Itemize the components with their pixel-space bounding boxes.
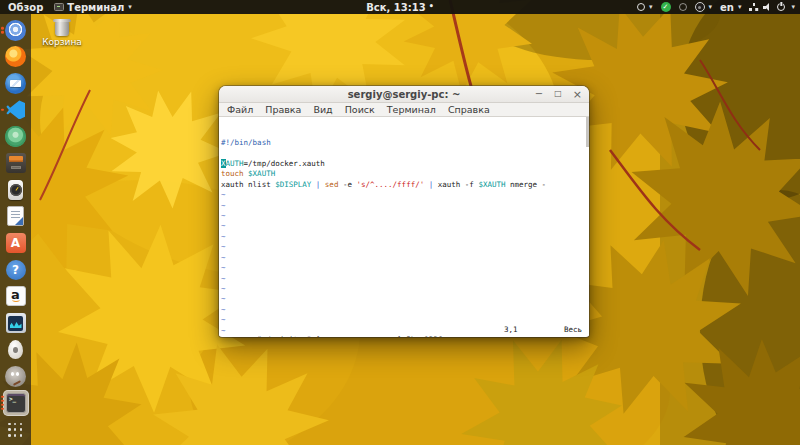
- app-menu-label: Терминал: [67, 2, 124, 13]
- scrollbar[interactable]: [586, 117, 589, 147]
- vim-statusline: "~/.xinitrc" [только для чтения] 5L, 123…: [221, 325, 587, 335]
- show-applications-button[interactable]: [0, 420, 31, 440]
- dock-item-green-app[interactable]: [0, 125, 31, 149]
- vim-cursor-position: 3,1: [504, 325, 518, 335]
- menu-item[interactable]: Вид: [307, 104, 338, 115]
- editor-empty-line: ~: [221, 274, 589, 284]
- terminal-icon: >_: [6, 393, 26, 413]
- editor-empty-line: ~: [221, 294, 589, 304]
- activities-button[interactable]: Обзор: [8, 2, 43, 13]
- thunderbird-icon: [5, 73, 26, 94]
- help-icon: ?: [6, 260, 26, 280]
- system-monitor-icon: [6, 313, 26, 333]
- tray-indicator-check[interactable]: ✓: [661, 2, 671, 12]
- editor-empty-line: ~: [221, 253, 589, 263]
- editor-empty-line: ~: [221, 190, 589, 200]
- volume-icon: [763, 3, 772, 11]
- editor-empty-line: ~: [221, 284, 589, 294]
- dock-item-chromium[interactable]: [0, 18, 31, 42]
- dock-items: A?a>_: [0, 18, 31, 415]
- dock: A?a>_: [0, 14, 31, 445]
- window-controls: − □ ×: [535, 86, 582, 102]
- dock-item-file-drawer[interactable]: [0, 151, 31, 175]
- green-check-icon: ✓: [661, 2, 671, 12]
- app-menu[interactable]: Терминал ▾: [54, 2, 131, 13]
- dock-item-system-monitor[interactable]: [0, 311, 31, 335]
- vim-scroll-position: Весь: [564, 325, 582, 335]
- menu-item[interactable]: Справка: [442, 104, 496, 115]
- trash[interactable]: Корзина: [40, 21, 84, 47]
- circle-outline-icon: [679, 3, 687, 11]
- desktop: Корзина sergiy@sergiy-pc: ~ − □ × ФайлПр…: [0, 0, 800, 445]
- tray-indicator-circle-2[interactable]: [679, 3, 687, 11]
- minimize-button[interactable]: −: [535, 89, 543, 99]
- trash-icon: [55, 21, 69, 36]
- dock-item-amazon[interactable]: a: [0, 284, 31, 308]
- terminal-menubar: ФайлПравкаВидПоискТерминалСправка: [219, 103, 589, 117]
- menu-item[interactable]: Правка: [259, 104, 307, 115]
- gimp-icon: [5, 366, 26, 387]
- chevron-down-icon: ▾: [738, 3, 742, 11]
- editor-line: xauth nlist $DISPLAY | sed -e 's/^..../f…: [221, 180, 589, 190]
- chevron-down-icon: ▾: [709, 3, 713, 11]
- editor-line: touch $XAUTH: [221, 169, 589, 179]
- editor-line: [221, 148, 589, 158]
- window-titlebar[interactable]: sergiy@sergiy-pc: ~ − □ ×: [219, 86, 589, 103]
- vim-editor[interactable]: #!/bin/bash XAUTH=/tmp/docker.xauthtouch…: [219, 117, 589, 336]
- amazon-icon: a: [6, 286, 26, 306]
- watch-icon: [8, 180, 23, 200]
- circle-outline-icon: [637, 3, 645, 11]
- chevron-down-icon: ▾: [128, 3, 132, 11]
- keyboard-layout-indicator[interactable]: en ▾: [720, 2, 741, 13]
- clock-button[interactable]: Вск, 13:13 •: [366, 0, 434, 14]
- dock-item-gimp[interactable]: [0, 364, 31, 388]
- menu-item[interactable]: Терминал: [381, 104, 442, 115]
- trash-label: Корзина: [42, 37, 82, 47]
- vim-file-info: "~/.xinitrc" [только для чтения] 5L, 123…: [257, 335, 442, 337]
- dock-item-software[interactable]: A: [0, 231, 31, 255]
- editor-empty-line: ~: [221, 221, 589, 231]
- editor-empty-line: ~: [221, 263, 589, 273]
- editor-empty-line: ~: [221, 201, 589, 211]
- terminal-app-icon: [54, 3, 64, 11]
- editor-empty-line: ~: [221, 305, 589, 315]
- egg-icon: [8, 340, 23, 359]
- green-sphere-icon: [5, 126, 26, 147]
- dock-item-writer[interactable]: [0, 204, 31, 228]
- maximize-button[interactable]: □: [554, 90, 562, 98]
- editor-empty-line: ~: [221, 232, 589, 242]
- top-bar: Обзор Терминал ▾ Вск, 13:13 • ▾ ✓: [0, 0, 800, 14]
- chromium-icon: [5, 20, 26, 41]
- clock-label: Вск, 13:13: [366, 2, 425, 13]
- dock-item-terminal[interactable]: >_: [0, 391, 31, 415]
- dock-item-clock-app[interactable]: [0, 178, 31, 202]
- dock-item-vscode[interactable]: [0, 98, 31, 122]
- editor-empty-line: ~: [221, 211, 589, 221]
- apps-grid-icon: [8, 423, 23, 438]
- running-indicator: [1, 27, 4, 34]
- terminal-window: sergiy@sergiy-pc: ~ − □ × ФайлПравкаВидП…: [219, 86, 589, 337]
- chevron-down-icon: ▾: [791, 3, 795, 11]
- dock-item-firefox[interactable]: [0, 45, 31, 69]
- tray-indicator-circle[interactable]: ▾: [637, 3, 653, 11]
- dock-item-egg-app[interactable]: [0, 338, 31, 362]
- network-icon: [749, 3, 758, 11]
- close-button[interactable]: ×: [573, 89, 582, 100]
- editor-empty-line: ~: [221, 242, 589, 252]
- tray-indicator-app[interactable]: ▾: [695, 2, 713, 12]
- running-indicator: [1, 109, 4, 112]
- vscode-icon: [6, 100, 25, 119]
- keyboard-layout-label: en: [720, 2, 734, 13]
- window-title: sergiy@sergiy-pc: ~: [348, 89, 461, 100]
- ubuntu-software-icon: A: [6, 233, 26, 253]
- file-drawer-icon: [6, 153, 26, 173]
- dock-item-thunderbird[interactable]: [0, 71, 31, 95]
- libreoffice-writer-icon: [7, 206, 24, 226]
- notification-dot: •: [429, 3, 434, 11]
- system-menu[interactable]: ▾: [749, 3, 795, 11]
- menu-item[interactable]: Файл: [221, 104, 259, 115]
- menu-item[interactable]: Поиск: [339, 104, 381, 115]
- firefox-icon: [5, 46, 26, 67]
- dock-item-help[interactable]: ?: [0, 258, 31, 282]
- editor-line: #!/bin/bash: [221, 138, 589, 148]
